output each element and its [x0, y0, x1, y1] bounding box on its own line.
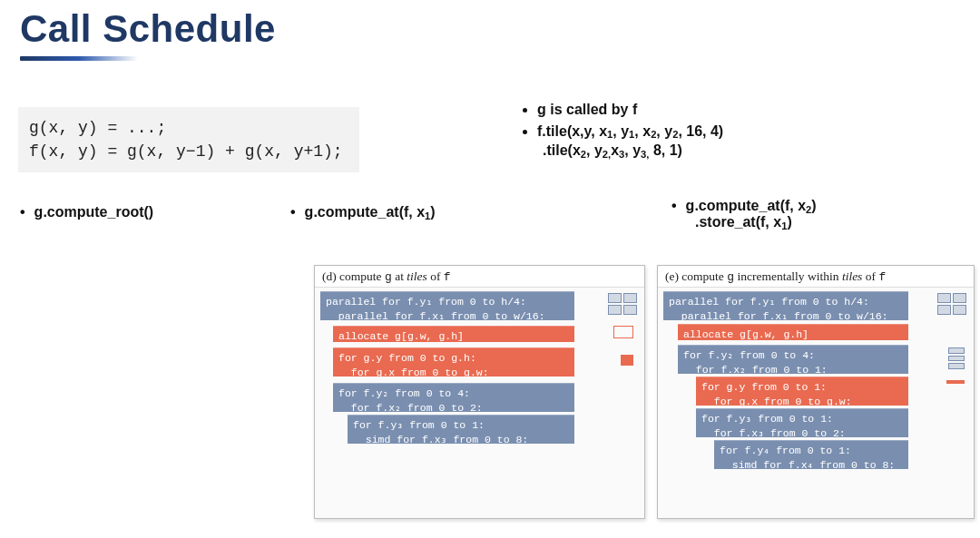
- panel-e: (e) compute g incrementally within tiles…: [657, 265, 975, 519]
- panel-d-loop-outer: parallel for f.y₁ from 0 to h/4: paralle…: [320, 291, 574, 320]
- code-block: g(x, y) = ...; f(x, y) = g(x, y−1) + g(x…: [18, 107, 359, 172]
- panel-e-loop-outer: parallel for f.y₁ from 0 to h/4: paralle…: [663, 291, 908, 320]
- bullet-store-at: .store_at(f, x1): [695, 214, 817, 230]
- panel-e-f-y2: for f.y₂ from 0 to 4: for f.x₂ from 0 to…: [678, 345, 908, 374]
- panel-e-header: (e) compute g incrementally within tiles…: [658, 266, 974, 288]
- note-1: g is called by f: [537, 100, 723, 120]
- bullet-compute-at-x1: g.compute_at(f, x1): [290, 204, 436, 220]
- panel-e-f-y4: for f.y₄ from 0 to 1: simd for f.x₄ from…: [714, 440, 908, 469]
- panel-e-body: parallel for f.y₁ from 0 to h/4: paralle…: [658, 288, 974, 518]
- note-2-line1: f.tile(x,y, x1, y1, x2, y2, 16, 4): [537, 123, 723, 139]
- note-2-line2: .tile(x2, y2,x3, y3, 8, 1): [543, 141, 723, 161]
- panel-d-body: parallel for f.y₁ from 0 to h/4: paralle…: [315, 288, 644, 518]
- panel-d-header: (d) compute g at tiles of f: [315, 266, 644, 288]
- bullet-compute-at-x2: g.compute_at(f, x2) .store_at(f, x1): [671, 198, 817, 230]
- panel-d-g-icon: [621, 355, 633, 366]
- panel-e-f-y3: for f.y₃ from 0 to 1: for f.x₃ from 0 to…: [696, 408, 908, 437]
- panel-d-tile-icon: [608, 293, 637, 315]
- panel-e-allocate: allocate g[g.w, g.h]: [678, 324, 908, 340]
- panel-e-f-icon: [948, 347, 965, 369]
- panel-d-g-loop: for g.y from 0 to g.h: for g.x from 0 to…: [333, 347, 574, 377]
- panel-d: (d) compute g at tiles of f parallel for…: [314, 265, 645, 519]
- panel-e-tile-icon: [937, 293, 966, 315]
- panel-d-f-y2: for f.y₂ from 0 to 4: for f.x₂ from 0 to…: [333, 383, 574, 412]
- panel-e-g-loop: for g.y from 0 to 1: for g.x from 0 to g…: [696, 377, 908, 406]
- notes: g is called by f f.tile(x,y, x1, y1, x2,…: [517, 100, 723, 162]
- bullet-compute-root: g.compute_root(): [20, 204, 153, 220]
- panel-d-f-y3: for f.y₃ from 0 to 1: simd for f.x₃ from…: [348, 415, 574, 444]
- note-2: f.tile(x,y, x1, y1, x2, y2, 16, 4) .tile…: [537, 122, 723, 161]
- title-underline: [20, 56, 138, 61]
- panel-d-alloc-icon: [613, 326, 633, 338]
- panel-e-g-icon: [946, 380, 965, 384]
- page-title: Call Schedule: [20, 7, 276, 51]
- panel-d-allocate: allocate g[g.w, g.h]: [333, 326, 574, 342]
